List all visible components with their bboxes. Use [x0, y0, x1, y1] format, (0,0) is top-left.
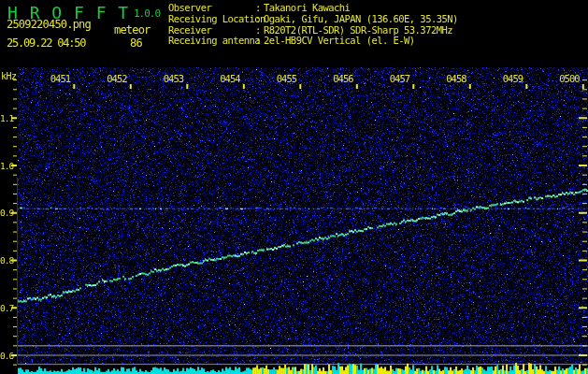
freq-tick-label: 0.8: [0, 255, 13, 266]
time-tick-label: 0455: [277, 73, 296, 84]
time-tick-label: 0500: [559, 73, 579, 84]
freq-tick-label: 0.6: [0, 351, 13, 361]
station-separator: :: [255, 36, 264, 47]
station-label: Receiving Location: [168, 14, 255, 25]
freq-tick-label: 0.7: [0, 303, 13, 313]
time-tick-label: 0459: [503, 73, 523, 84]
app-version: 1.0.0: [134, 7, 160, 20]
station-label: Receiving antenna: [168, 36, 255, 47]
time-tick-label: 0457: [390, 73, 409, 84]
capture-datetime: 25.09.22 04:50: [7, 36, 85, 50]
spectrogram-canvas: [0, 0, 588, 374]
time-tick-label: 0454: [220, 73, 239, 84]
station-value: 2el-HB9CV Vertical (el. E-W): [264, 36, 415, 47]
capture-mode-label: meteor: [114, 23, 151, 36]
hrofft-window: H R O F F T 1.0.0 2509220450.png meteor …: [0, 0, 588, 374]
freq-tick-label: 1.0: [0, 161, 13, 171]
time-tick-label: 0453: [164, 73, 183, 84]
time-tick-label: 0456: [333, 73, 352, 84]
freq-tick-label: 1.1: [0, 113, 13, 123]
station-separator: :: [255, 14, 264, 25]
time-tick-label: 0452: [107, 73, 126, 84]
time-tick-label: 0451: [50, 73, 70, 84]
station-row: Receiving Location:Ogaki, Gifu, JAPAN (1…: [168, 14, 458, 25]
capture-filename: 2509220450.png: [7, 18, 91, 31]
station-info-block: Observer:Takanori KawachiReceiving Locat…: [168, 3, 458, 47]
event-count: 86: [130, 36, 142, 50]
station-value: Ogaki, Gifu, JAPAN (136.60E, 35.35N): [264, 14, 458, 25]
freq-tick-label: 0.9: [0, 208, 13, 218]
station-row: Receiving antenna:2el-HB9CV Vertical (el…: [168, 36, 458, 47]
khz-axis-unit: kHz: [1, 71, 17, 81]
time-tick-label: 0458: [446, 73, 466, 84]
